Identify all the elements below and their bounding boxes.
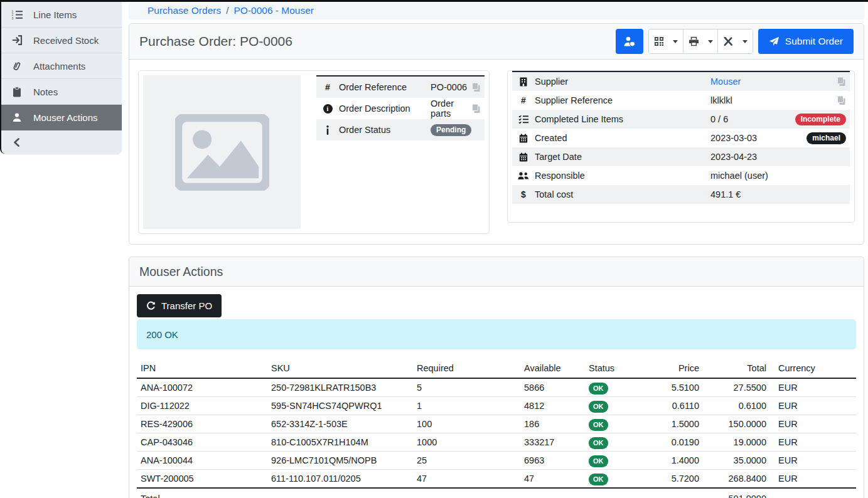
cell-currency: EUR [770, 452, 856, 470]
cell-sku: 652-3314Z-1-503E [267, 415, 413, 433]
cell-price: 5.5100 [648, 378, 703, 397]
barcode-actions-button[interactable] [649, 29, 683, 53]
submit-order-label: Submit Order [785, 36, 843, 47]
cell-currency: EUR [770, 433, 856, 452]
detail-value: 2023-03-03 [710, 133, 806, 143]
cell-status: OK [585, 397, 648, 415]
cell-price: 0.6110 [648, 397, 703, 415]
order-thumbnail-placeholder[interactable] [143, 75, 301, 229]
building-icon [512, 77, 535, 87]
cell-total: 0.6100 [703, 397, 770, 415]
ok-badge: OK [589, 437, 608, 449]
print-actions-button[interactable] [683, 29, 718, 53]
cell-ipn: CAP-043046 [137, 433, 267, 452]
detail-label: Supplier Reference [535, 95, 710, 105]
supplier-row: Supplier Mouser [512, 72, 850, 91]
detail-label: Supplier [535, 77, 710, 87]
tools-icon [723, 36, 734, 46]
cell-sku: 926-LMC7101QM5/NOPB [267, 452, 413, 470]
detail-value: 2023-04-23 [710, 152, 850, 162]
sidebar-item-label: Attachments [33, 61, 85, 72]
sidebar: 1 2 3 Line Items Received Stock [0, 2, 122, 154]
window-top-edge [0, 0, 868, 2]
cell-status: OK [585, 433, 648, 452]
col-header-price: Price [648, 361, 703, 378]
cell-status: OK [585, 378, 648, 397]
completed-line-items-row: Completed Line Items 0 / 6 Incomplete [512, 110, 850, 129]
cell-sku: 595-SN74HCS74QPWRQ1 [267, 397, 413, 415]
cell-available: 5866 [520, 378, 585, 397]
cell-ipn: ANA-100072 [137, 378, 267, 397]
col-header-required: Required [413, 361, 520, 378]
sidebar-item-attachments[interactable]: Attachments [1, 53, 122, 79]
user-badge: michael [806, 132, 846, 144]
sidebar-item-notes[interactable]: Notes [1, 79, 122, 105]
created-row: Created 2023-03-03 michael [512, 129, 850, 147]
calendar-icon [512, 152, 535, 162]
cell-currency: EUR [770, 415, 856, 433]
sidebar-item-label: Line Items [33, 9, 77, 20]
detail-value: 491.1 € [710, 189, 850, 199]
detail-value: PO-0006 [431, 82, 471, 92]
order-actions-button[interactable] [718, 29, 753, 53]
responsible-row: Responsible michael (user) [512, 166, 850, 185]
response-alert: 200 OK [137, 319, 856, 349]
detail-label: Order Reference [339, 82, 431, 92]
cell-available: 333217 [520, 433, 585, 452]
copy-icon[interactable] [471, 82, 481, 92]
supplier-reference-row: # Supplier Reference lklklkl [512, 91, 850, 110]
detail-label: Responsible [535, 171, 710, 181]
printer-icon [689, 36, 699, 46]
cell-required: 25 [413, 452, 520, 470]
detail-label: Created [535, 133, 710, 143]
cell-sku: 810-C1005X7R1H104M [267, 433, 413, 452]
detail-value: michael (user) [710, 171, 850, 181]
detail-label: Completed Line Items [535, 114, 710, 124]
breadcrumb-link-current-order[interactable]: PO-0006 - Mouser [233, 5, 314, 16]
cell-ipn: DIG-112022 [137, 397, 267, 415]
sidebar-item-received-stock[interactable]: Received Stock [1, 28, 122, 53]
cell-price: 1.4000 [648, 452, 703, 470]
purchase-order-panel-body: # Order Reference PO-0006 i [129, 60, 864, 244]
order-description-row: i Order Description Order parts [316, 98, 485, 119]
purchase-order-panel-header: Purchase Order: PO-0006 [129, 24, 864, 60]
users-icon [512, 171, 535, 180]
cell-price: 5.7200 [648, 470, 703, 489]
sidebar-item-label: Received Stock [33, 35, 99, 46]
list-check-icon [512, 115, 535, 124]
status-badge: Pending [431, 124, 471, 136]
qrcode-icon [654, 36, 664, 46]
copy-icon[interactable] [471, 103, 481, 114]
cell-required: 1000 [413, 433, 520, 452]
order-details-table: # Order Reference PO-0006 i [316, 75, 485, 140]
cell-total: 35.0000 [703, 452, 770, 470]
user-shield-button[interactable] [616, 29, 643, 54]
sidebar-item-line-items[interactable]: 1 2 3 Line Items [1, 2, 122, 28]
detail-value: lklklkl [710, 95, 837, 105]
cell-ipn: SWT-200005 [137, 470, 267, 489]
detail-label: Total cost [535, 189, 710, 199]
copy-icon[interactable] [837, 77, 846, 87]
transfer-po-label: Transfer PO [161, 300, 212, 311]
sidebar-item-mouser-actions[interactable]: Mouser Actions [1, 105, 122, 130]
target-date-row: Target Date 2023-04-23 [512, 147, 850, 166]
supplier-link[interactable]: Mouser [710, 77, 837, 87]
cell-available: 186 [520, 415, 585, 433]
clipboard-icon [10, 87, 24, 97]
total-cost-row: $ Total cost 491.1 € [512, 185, 850, 204]
cell-status: OK [585, 452, 648, 470]
paper-plane-icon [769, 36, 780, 46]
table-row: ANA-100044 926-LMC7101QM5/NOPB 25 6963 O… [137, 452, 856, 470]
col-header-ipn: IPN [137, 361, 267, 378]
toolbar-button-group [648, 29, 753, 54]
dollar-icon: $ [512, 189, 535, 199]
transfer-po-button[interactable]: Transfer PO [137, 294, 222, 317]
user-shield-icon [623, 36, 636, 47]
sidebar-collapse-button[interactable] [1, 130, 122, 154]
breadcrumb-link-purchase-orders[interactable]: Purchase Orders [147, 5, 221, 16]
submit-order-button[interactable]: Submit Order [758, 29, 854, 54]
sidebar-item-label: Notes [33, 87, 58, 97]
copy-icon[interactable] [837, 95, 846, 105]
response-alert-text: 200 OK [146, 329, 178, 340]
list-ol-icon: 1 2 3 [10, 9, 24, 20]
